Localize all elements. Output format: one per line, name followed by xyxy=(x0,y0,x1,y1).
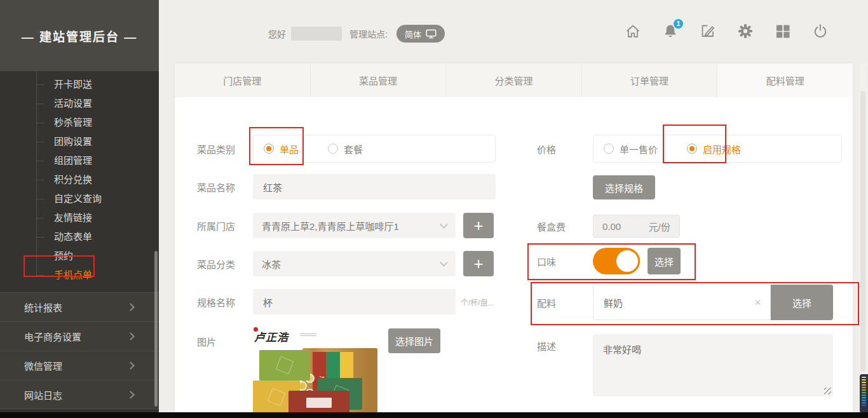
image-label: 图片 xyxy=(197,327,253,348)
tab-category-manage[interactable]: 分类管理 xyxy=(446,64,582,97)
site-switcher-button[interactable]: 简体 xyxy=(397,25,445,43)
tab-bar: 门店管理 菜品管理 分类管理 订单管理 配料管理 xyxy=(175,64,853,97)
sidebar-item-activity[interactable]: 活动设置 xyxy=(0,94,159,113)
radio-label: 单一售价 xyxy=(620,142,658,156)
radio-single-item[interactable]: 单品 xyxy=(264,142,299,156)
store-row: 所属门店 青青原上草2,青青原上草咖啡厅1 + xyxy=(197,213,496,238)
form-left-column: 菜品类别 单品 套餐 菜品名称 所属门店 青青原上草2,青青原上草咖啡厅1 xyxy=(197,135,496,415)
bell-icon[interactable]: 1 xyxy=(662,23,679,39)
spec-name-input[interactable] xyxy=(253,289,456,314)
sidebar-item-card-gift[interactable]: 开卡即送 xyxy=(0,75,159,94)
sidebar: — 建站管理后台 — 开卡即送 活动设置 秒杀管理 团购设置 组团管理 积分兑换… xyxy=(0,0,159,418)
flavor-label: 口味 xyxy=(537,255,593,268)
resize-handle[interactable] xyxy=(824,388,831,394)
store-dropdown[interactable]: 青青原上草2,青青原上草咖啡厅1 xyxy=(253,213,456,238)
ingredient-row: 配料 鲜奶 × 选择 xyxy=(537,285,842,320)
sidebar-groups: 统计报表 电子商务设置 微信管理 网站日志 xyxy=(0,292,159,409)
box-fee-label: 餐盒费 xyxy=(537,220,593,233)
brand-caption-lines xyxy=(300,334,316,337)
greeting-text: 您好 xyxy=(268,27,286,40)
price-row: 价格 单一售价 启用规格 xyxy=(537,135,842,163)
description-label: 描述 xyxy=(537,334,593,353)
dish-class-dropdown[interactable]: 冰茶 xyxy=(253,251,456,276)
spec-name-row: 规格名称 个/杯/盘... xyxy=(197,289,496,314)
site-label: 管理站点: xyxy=(349,27,388,40)
description-row: 描述 非常好喝 xyxy=(537,334,842,398)
notification-badge: 1 xyxy=(674,19,683,29)
dish-image-preview: 卢正浩 江南 绝 xyxy=(253,327,383,415)
box-fee-row: 餐盒费 0.00 元/份 xyxy=(537,215,842,238)
radio-dot xyxy=(264,144,274,154)
ingredient-field-group: 鲜奶 × 选择 xyxy=(593,285,833,320)
ingredient-value: 鲜奶 xyxy=(604,296,623,309)
ingredient-input[interactable]: 鲜奶 × xyxy=(593,285,771,320)
group-label: 电子商务设置 xyxy=(24,330,81,343)
form-right-column: 价格 单一售价 启用规格 选择规格 餐盒费 0.00 元/份 xyxy=(537,135,842,398)
sidebar-item-links[interactable]: 友情链接 xyxy=(0,208,159,227)
site-value: 简体 xyxy=(405,28,421,40)
radio-set-meal[interactable]: 套餐 xyxy=(328,142,363,156)
dish-category-row: 菜品类别 单品 套餐 xyxy=(197,135,496,163)
spec-name-hint: 个/杯/盘... xyxy=(461,297,494,307)
chevron-right-icon xyxy=(126,303,135,311)
flavor-row: 口味 选择 xyxy=(537,248,842,274)
add-class-button[interactable]: + xyxy=(463,251,494,276)
sidebar-item-mobile-order[interactable]: 手机点单 xyxy=(0,266,159,285)
chevron-down-icon xyxy=(440,220,448,229)
box-emblem xyxy=(268,388,286,407)
box-emblem xyxy=(276,356,294,375)
sidebar-item-customquery[interactable]: 自定义查询 xyxy=(0,189,159,208)
grid-icon[interactable] xyxy=(775,23,791,39)
power-icon[interactable] xyxy=(812,23,829,39)
flavor-toggle[interactable] xyxy=(593,248,640,274)
sidebar-group-sitelog[interactable]: 网站日志 xyxy=(0,380,159,409)
username-redacted xyxy=(291,27,342,41)
chevron-down-icon xyxy=(440,259,448,267)
sidebar-item-reservation[interactable]: 预约 xyxy=(0,246,159,266)
gear-icon[interactable] xyxy=(737,23,754,39)
ingredient-choose-button[interactable]: 选择 xyxy=(771,285,833,320)
box-fee-field[interactable]: 0.00 元/份 xyxy=(593,215,680,238)
choose-image-button[interactable]: 选择图片 xyxy=(388,328,440,353)
image-row: 图片 卢正浩 江南 绝 xyxy=(197,327,496,415)
dish-category-label: 菜品类别 xyxy=(197,142,253,156)
tab-dish-manage[interactable]: 菜品管理 xyxy=(311,64,447,97)
box-fee-value: 0.00 xyxy=(602,221,621,232)
sidebar-group-wechat[interactable]: 微信管理 xyxy=(0,351,159,380)
dish-class-dropdown-value: 冰茶 xyxy=(262,257,281,271)
sidebar-group-statistics[interactable]: 统计报表 xyxy=(0,292,159,321)
palette-widget[interactable] xyxy=(860,374,868,413)
tab-ingredient-manage[interactable]: 配料管理 xyxy=(717,64,853,97)
tab-store-manage[interactable]: 门店管理 xyxy=(175,64,311,97)
dish-name-input[interactable] xyxy=(253,174,496,199)
brand-logo-text: 卢正浩 xyxy=(254,328,288,344)
dish-name-label: 菜品名称 xyxy=(197,180,253,194)
clear-icon[interactable]: × xyxy=(754,296,761,309)
sidebar-scrollbar[interactable] xyxy=(154,251,158,407)
radio-dot xyxy=(604,144,614,154)
flavor-choose-button[interactable]: 选择 xyxy=(648,248,681,274)
group-label: 网站日志 xyxy=(24,388,62,401)
sidebar-item-seckill[interactable]: 秒杀管理 xyxy=(0,113,159,132)
sidebar-item-dynamicform[interactable]: 动态表单 xyxy=(0,227,159,246)
tab-order-manage[interactable]: 订单管理 xyxy=(582,64,718,97)
content-card: 门店管理 菜品管理 分类管理 订单管理 配料管理 菜品类别 单品 套餐 菜品名称 xyxy=(175,64,853,418)
radio-enable-spec[interactable]: 启用规格 xyxy=(687,142,741,156)
sidebar-item-points[interactable]: 积分兑换 xyxy=(0,170,159,189)
home-icon[interactable] xyxy=(625,23,641,39)
page-scrollbar-thumb[interactable] xyxy=(860,91,865,372)
radio-dot xyxy=(328,144,338,154)
edit-icon[interactable] xyxy=(700,23,716,39)
sidebar-item-groupbuy[interactable]: 团购设置 xyxy=(0,132,159,151)
description-textarea[interactable]: 非常好喝 xyxy=(593,334,833,396)
store-dropdown-value: 青青原上草2,青青原上草咖啡厅1 xyxy=(262,219,399,233)
header-icon-bar: 1 xyxy=(625,23,829,39)
radio-single-price[interactable]: 单一售价 xyxy=(604,142,658,156)
sidebar-group-ecommerce[interactable]: 电子商务设置 xyxy=(0,321,159,351)
chevron-right-icon xyxy=(126,332,135,340)
choose-spec-button[interactable]: 选择规格 xyxy=(593,175,655,199)
chevron-right-icon xyxy=(126,391,135,399)
add-store-button[interactable]: + xyxy=(463,213,494,238)
sidebar-item-groupmanage[interactable]: 组团管理 xyxy=(0,151,159,170)
chevron-right-icon xyxy=(126,361,135,370)
